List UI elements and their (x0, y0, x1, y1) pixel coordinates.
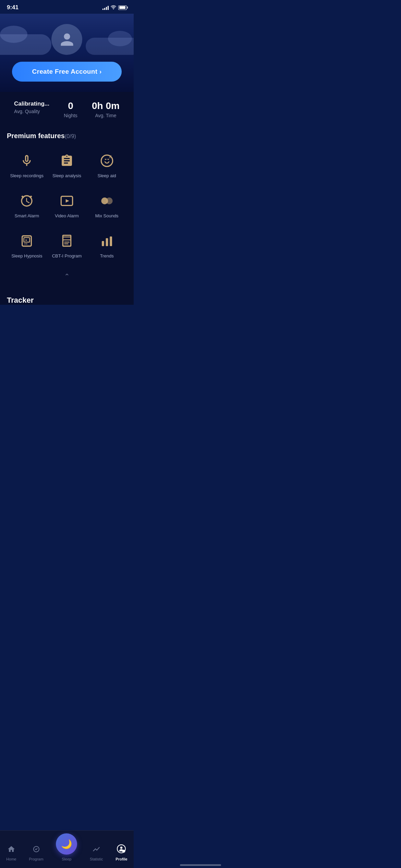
mic-icon (18, 152, 36, 170)
video-play-icon (58, 192, 76, 210)
avatar (51, 24, 82, 55)
svg-point-0 (113, 9, 114, 10)
svg-rect-19 (106, 238, 108, 246)
program-icon (58, 232, 76, 250)
feature-trends[interactable]: Trends (87, 227, 127, 264)
svg-point-9 (106, 197, 112, 204)
status-bar: 9:41 (0, 0, 134, 14)
feature-sleep-recordings[interactable]: Sleep recordings (7, 147, 47, 183)
svg-rect-11 (24, 238, 30, 242)
feature-label-mix-sounds: Mix Sounds (95, 213, 119, 218)
features-grid: Sleep recordings Sleep analysis (7, 147, 127, 264)
collapse-button[interactable]: ⌃ (7, 267, 127, 286)
feature-mix-sounds[interactable]: Mix Sounds (87, 187, 127, 224)
bar-chart-icon (98, 232, 116, 250)
alarm-clock-icon (18, 192, 36, 210)
nights-value: 0 (68, 100, 73, 111)
avg-time-value: 0h 0m (92, 100, 120, 111)
feature-label-cbti-program: CBT-I Program (52, 253, 82, 258)
stats-section: Calibrating... Avg. Quality 0 Nights 0h … (0, 92, 134, 125)
avg-quality-value: Calibrating... (14, 100, 49, 107)
feature-sleep-aid[interactable]: z z Sleep aid (87, 147, 127, 183)
wifi-icon (111, 5, 116, 10)
premium-title: Premium features(0/9) (7, 132, 127, 140)
clipboard-icon (58, 152, 76, 170)
nights-label: Nights (64, 113, 77, 118)
feature-cbti-program[interactable]: CBT-I Program (47, 227, 87, 264)
chevron-up-icon: ⌃ (64, 272, 70, 280)
feature-sleep-analysis[interactable]: Sleep analysis (47, 147, 87, 183)
battery-icon (118, 5, 127, 10)
nights-stat: 0 Nights (64, 100, 77, 118)
mix-icon (98, 192, 116, 210)
feature-label-trends: Trends (100, 253, 114, 258)
tracker-title: Tracker (7, 296, 34, 304)
svg-point-12 (25, 243, 26, 244)
feature-label-video-alarm: Video Alarm (55, 213, 79, 218)
premium-count: (0/9) (65, 133, 76, 139)
sleep-face-icon: z z (98, 152, 116, 170)
svg-marker-7 (66, 199, 69, 203)
feature-sleep-hypnosis[interactable]: Sleep Hypnosis (7, 227, 47, 264)
hero-section: Create Free Account › (0, 14, 134, 92)
premium-section: Premium features(0/9) Sleep recordings (0, 125, 134, 289)
feature-label-sleep-recordings: Sleep recordings (10, 173, 44, 178)
feature-smart-alarm[interactable]: Smart Alarm (7, 187, 47, 224)
feature-label-sleep-aid: Sleep aid (98, 173, 116, 178)
avg-time-label: Avg. Time (95, 113, 116, 118)
svg-point-13 (26, 243, 27, 244)
avg-time-stat: 0h 0m Avg. Time (92, 100, 120, 118)
avg-quality-label: Avg. Quality (14, 109, 40, 114)
status-time: 9:41 (7, 4, 19, 11)
svg-rect-15 (63, 237, 71, 240)
tracker-section: Tracker (0, 289, 134, 305)
create-account-button[interactable]: Create Free Account › (12, 62, 122, 82)
status-icons (102, 5, 127, 10)
avg-quality-stat: Calibrating... Avg. Quality (14, 100, 49, 114)
signal-icon (102, 5, 109, 10)
music-box-icon (18, 232, 36, 250)
feature-label-sleep-analysis: Sleep analysis (52, 173, 81, 178)
feature-label-sleep-hypnosis: Sleep Hypnosis (11, 253, 42, 258)
svg-rect-20 (110, 237, 112, 246)
svg-rect-18 (102, 241, 104, 246)
feature-label-smart-alarm: Smart Alarm (15, 213, 39, 218)
feature-video-alarm[interactable]: Video Alarm (47, 187, 87, 224)
